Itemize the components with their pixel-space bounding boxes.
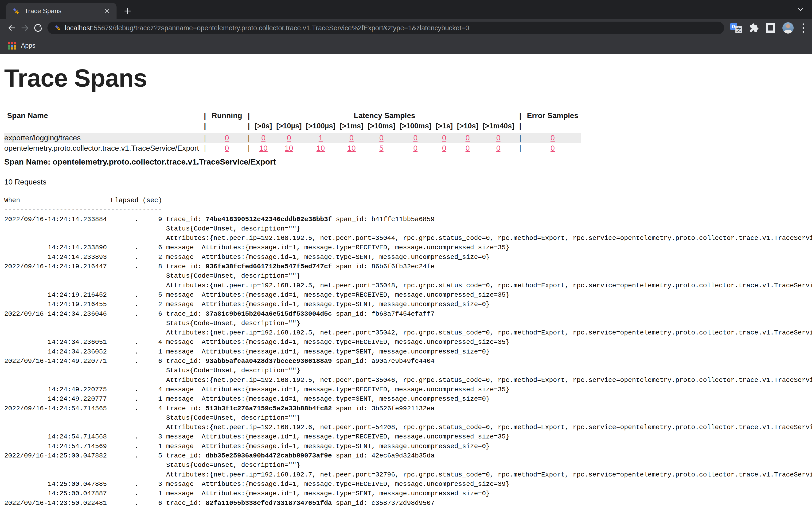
- trace-id: 513b3f1c276a7159c5a2a33b88b4fc82: [206, 405, 332, 412]
- log-attributes-line: Attributes:{net.peer.ip=192.168.192.5, n…: [4, 233, 812, 243]
- log-status-line: Status{Code=Unset, description=""}: [4, 319, 812, 328]
- latency-bucket-label: [>10ms]: [365, 120, 397, 133]
- log-message-line: 14:24:54.714568 . 3 message Attributes:{…: [4, 432, 812, 442]
- back-button[interactable]: [5, 21, 18, 35]
- log-attributes-line: Attributes:{net.peer.ip=192.168.192.5, n…: [4, 376, 812, 385]
- sample-count-link[interactable]: 0: [225, 133, 229, 142]
- column-separator: |: [516, 143, 524, 153]
- forward-button[interactable]: [18, 21, 32, 35]
- sample-count-link[interactable]: 0: [413, 144, 417, 152]
- new-tab-button[interactable]: [122, 5, 134, 17]
- log-column-header: When Elapsed (sec): [4, 196, 812, 205]
- tab-close-icon[interactable]: [103, 7, 111, 15]
- sample-count-link[interactable]: 0: [261, 133, 265, 142]
- column-separator: |: [245, 105, 253, 120]
- log-attributes-line: Attributes:{net.peer.ip=192.168.192.5, n…: [4, 328, 812, 338]
- opentelemetry-favicon: [12, 7, 20, 15]
- col-error-samples: Error Samples: [524, 105, 581, 120]
- log-attributes-line: Attributes:{net.peer.ip=192.168.192.5, n…: [4, 281, 812, 290]
- log-message-line: 14:24:49.220777 . 1 message Attributes:{…: [4, 394, 812, 404]
- column-separator: |: [201, 120, 209, 133]
- sample-count-link[interactable]: 10: [347, 144, 356, 152]
- tab-title: Trace Spans: [24, 7, 103, 15]
- log-span-line: 2022/09/16-14:24:19.216447 . 8 trace_id:…: [4, 262, 812, 271]
- trace-id: 82fa11055b338efcd733187347651fda: [206, 500, 332, 507]
- trace-id: 93abb5afcaa0428d37bccee9366188a9: [206, 357, 332, 365]
- span-row: exporter/logging/traces|0|001000000|0: [4, 133, 581, 143]
- sample-count-link[interactable]: 0: [225, 144, 229, 152]
- column-separator: |: [245, 133, 253, 143]
- sample-count-link[interactable]: 0: [496, 133, 500, 142]
- tab-search-chevron-icon[interactable]: [795, 4, 806, 15]
- latency-bucket-label: [>1ms]: [338, 120, 366, 133]
- sample-count-link[interactable]: 0: [465, 144, 470, 152]
- translate-extension-icon[interactable]: G 文: [730, 22, 742, 33]
- column-separator: |: [245, 143, 253, 153]
- column-separator: |: [201, 105, 209, 120]
- log-message-line: 14:24:34.236051 . 4 message Attributes:{…: [4, 338, 812, 347]
- col-running: Running: [209, 105, 245, 120]
- trace-id: 37a81c9b615b204a6e515df533004d5c: [206, 310, 332, 318]
- log-span-line: 2022/09/16-14:24:49.220771 . 6 trace_id:…: [4, 356, 812, 366]
- sample-count-link[interactable]: 1: [319, 133, 323, 142]
- log-message-line: 14:24:54.714569 . 1 message Attributes:{…: [4, 442, 812, 451]
- trace-id: dbb35e25936a90b4472cabb89073af9e: [206, 452, 332, 459]
- sample-count-link[interactable]: 0: [442, 133, 446, 142]
- trace-id: 936fa38fcfed661712ba547f5ed747cf: [206, 263, 332, 270]
- span-name-cell: exporter/logging/traces: [4, 133, 201, 143]
- sample-count-link[interactable]: 10: [316, 144, 325, 152]
- latency-bucket-label: [>0s]: [253, 120, 274, 133]
- apps-bookmark[interactable]: Apps: [21, 42, 36, 49]
- sample-count-link[interactable]: 0: [413, 133, 417, 142]
- sample-count-link[interactable]: 0: [442, 144, 446, 152]
- log-divider: ----------------------------------------: [4, 205, 812, 215]
- sample-count-link[interactable]: 0: [287, 133, 291, 142]
- bucket-header-row: ||[>0s][>10µs][>100µs][>1ms][>10ms][>100…: [4, 120, 581, 133]
- url-text: localhost:55679/debug/tracez?zspanname=o…: [65, 24, 469, 32]
- sample-count-link[interactable]: 0: [551, 144, 555, 152]
- sample-count-link[interactable]: 0: [496, 144, 500, 152]
- sample-count-link[interactable]: 0: [551, 133, 555, 142]
- sample-count-link[interactable]: 0: [379, 133, 384, 142]
- extensions-puzzle-icon[interactable]: [749, 23, 759, 33]
- column-separator: |: [245, 120, 253, 133]
- sample-count-link[interactable]: 10: [259, 144, 268, 152]
- bookmarks-bar: Apps: [0, 37, 812, 54]
- log-status-line: Status{Code=Unset, description=""}: [4, 224, 812, 233]
- url-bar[interactable]: localhost:55679/debug/tracez?zspanname=o…: [47, 21, 724, 34]
- log-message-line: 14:24:14.233890 . 6 message Attributes:{…: [4, 243, 812, 252]
- sample-count-link[interactable]: 0: [465, 133, 470, 142]
- browser-window: Trace Spans: [0, 0, 812, 507]
- request-log: When Elapsed (sec)----------------------…: [4, 196, 812, 507]
- sample-count-link[interactable]: 0: [349, 133, 354, 142]
- browser-toolbar: localhost:55679/debug/tracez?zspanname=o…: [0, 19, 812, 37]
- latency-bucket-label: [>10s]: [455, 120, 480, 133]
- log-span-line: 2022/09/16-14:24:54.714565 . 4 trace_id:…: [4, 404, 812, 413]
- latency-bucket-label: [>100ms]: [397, 120, 433, 133]
- side-panel-extension-icon[interactable]: [766, 23, 775, 33]
- log-status-line: Status{Code=Unset, description=""}: [4, 413, 812, 423]
- col-latency-samples: Latency Samples: [253, 105, 516, 120]
- browser-menu-icon[interactable]: [801, 23, 806, 33]
- tab-strip: Trace Spans: [0, 0, 812, 19]
- latency-bucket-label: [>100µs]: [304, 120, 338, 133]
- table-header-row: Span Name | Running | Latency Samples | …: [4, 105, 581, 120]
- column-separator: |: [516, 133, 524, 143]
- sample-count-link[interactable]: 5: [379, 144, 384, 152]
- col-span-name: Span Name: [4, 105, 201, 120]
- column-separator: |: [516, 120, 524, 133]
- log-message-line: 14:24:34.236052 . 1 message Attributes:{…: [4, 347, 812, 356]
- log-status-line: Status{Code=Unset, description=""}: [4, 460, 812, 470]
- log-attributes-line: Attributes:{net.peer.ip=192.168.192.6, n…: [4, 423, 812, 432]
- sample-count-link[interactable]: 10: [285, 144, 293, 152]
- profile-avatar[interactable]: [782, 22, 794, 34]
- reload-button[interactable]: [32, 21, 45, 35]
- log-message-line: 14:24:19.216455 . 2 message Attributes:{…: [4, 300, 812, 309]
- log-span-line: 2022/09/16-14:23:50.022481 . 6 trace_id:…: [4, 499, 812, 507]
- browser-tab[interactable]: Trace Spans: [6, 3, 116, 19]
- url-host: localhost: [65, 24, 92, 32]
- span-name-cell: opentelemetry.proto.collector.trace.v1.T…: [4, 143, 201, 153]
- log-message-line: 14:24:49.220775 . 4 message Attributes:{…: [4, 385, 812, 394]
- tracez-table-body: exporter/logging/traces|0|001000000|0ope…: [4, 133, 581, 153]
- page-content: Trace Spans Span Name | Running | Latenc…: [0, 54, 812, 507]
